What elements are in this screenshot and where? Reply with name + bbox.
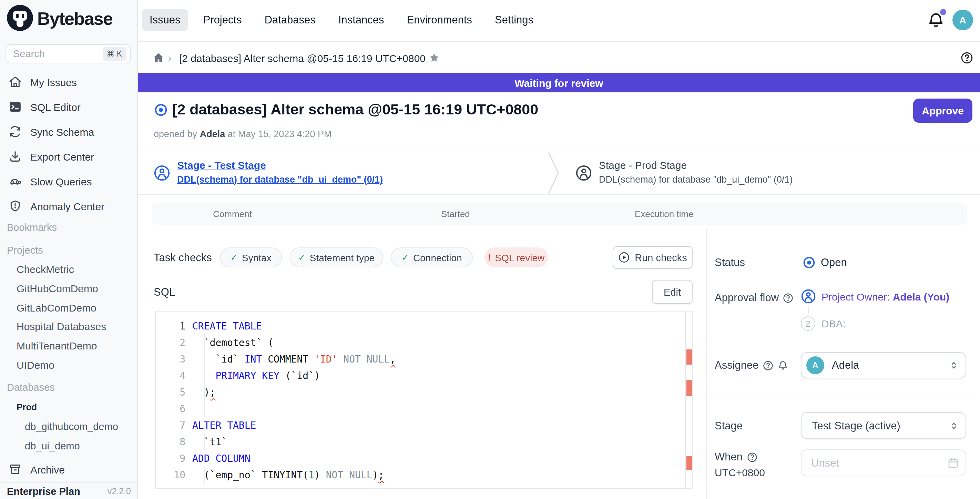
nav-tabs: Issues Projects Databases Instances Envi… <box>142 9 541 31</box>
search-input[interactable]: ⌘ K <box>5 44 131 64</box>
section-header-databases: Databases <box>7 382 55 393</box>
sidebar-project-hospital-databases[interactable]: Hospital Databases <box>16 317 106 336</box>
breadcrumb-home-icon[interactable] <box>152 52 165 64</box>
code-line: 4 PRIMARY KEY (`id`) <box>156 367 692 384</box>
shield-icon <box>8 199 22 213</box>
sidebar-item-label: My Issues <box>30 76 77 88</box>
tab-environments[interactable]: Environments <box>399 9 480 31</box>
error-marker <box>686 456 693 470</box>
tab-instances[interactable]: Instances <box>331 9 392 31</box>
notification-dot <box>940 9 946 15</box>
sidebar-item-label: Slow Queries <box>30 175 92 187</box>
version-label: v2.2.0 <box>108 486 131 496</box>
stage-select-label: Stage <box>715 420 743 432</box>
when-datetime-input[interactable]: Unset <box>801 450 966 476</box>
bytebase-logo-icon <box>7 5 33 31</box>
sidebar-database-db-ui-demo[interactable]: db_ui_demo <box>25 436 80 455</box>
issue-open-icon <box>154 103 167 116</box>
sidebar-footer: Enterprise Plan v2.2.0 <box>0 483 138 499</box>
tab-projects[interactable]: Projects <box>196 9 250 31</box>
check-statement-type[interactable]: ✓ Statement type <box>290 248 383 267</box>
run-checks-label: Run checks <box>635 252 687 263</box>
code-line: 9ADD COLUMN <box>156 450 692 467</box>
check-pass-icon: ✓ <box>230 252 238 262</box>
code-line: 6 <box>156 400 692 417</box>
help-icon[interactable] <box>961 52 973 64</box>
notification-bell-icon[interactable] <box>927 11 945 29</box>
edit-button[interactable]: Edit <box>652 280 693 304</box>
run-checks-button[interactable]: Run checks <box>612 246 693 269</box>
code-line: 8 `t1` <box>156 434 692 450</box>
sidebar-item-sql-editor[interactable]: SQL Editor <box>0 94 138 119</box>
sql-section-label: SQL <box>154 286 175 299</box>
sidebar-item-my-issues[interactable]: My Issues <box>0 70 138 94</box>
tab-issues[interactable]: Issues <box>142 9 188 31</box>
error-marker <box>686 380 693 396</box>
download-icon <box>8 149 22 163</box>
search-field[interactable] <box>13 48 102 59</box>
section-header-projects: Projects <box>7 245 43 256</box>
home-icon <box>8 75 22 89</box>
sidebar-project-githubcomdemo[interactable]: GitHubComDemo <box>16 279 98 298</box>
sidebar-item-archive[interactable]: Archive <box>0 457 138 482</box>
sidebar-item-label: Export Center <box>30 151 94 162</box>
subscribe-bell-icon[interactable] <box>777 360 788 371</box>
sidebar-item-anomaly-center[interactable]: Anomaly Center <box>0 194 138 218</box>
line-number: 2 <box>161 334 185 351</box>
sidebar-project-uidemo[interactable]: UIDemo <box>16 356 54 374</box>
check-connection[interactable]: ✓ Connection <box>391 248 473 267</box>
line-number: 9 <box>161 450 185 467</box>
tab-databases[interactable]: Databases <box>257 9 323 31</box>
stage-select-value: Test Stage (active) <box>812 420 900 432</box>
assignee-select[interactable]: A Adela <box>801 352 966 378</box>
star-icon[interactable] <box>428 52 441 64</box>
sidebar-item-label: Sync Schema <box>30 126 94 138</box>
approval-step-1: Project Owner: Adela (You) <box>821 291 949 303</box>
bytebase-app: Bytebase ⌘ K My Issues SQL Editor Sync S… <box>0 0 980 499</box>
status-label: Status <box>715 256 745 269</box>
code-line: 2 `demotest` ( <box>156 334 692 351</box>
breadcrumb[interactable]: [2 databases] Alter schema @05-15 16:19 … <box>179 52 426 64</box>
sidebar-item-export-center[interactable]: Export Center <box>0 144 138 169</box>
check-warn-icon: ! <box>488 252 491 262</box>
sidebar-project-multitenantdemo[interactable]: MultiTenantDemo <box>16 336 97 355</box>
line-number: 3 <box>161 351 185 367</box>
column-header-execution-time: Execution time <box>635 209 694 219</box>
stage-prod-stage-task-link[interactable]: DDL(schema) for database "db_ui_demo" (0… <box>599 174 792 185</box>
sidebar-item-slow-queries[interactable]: Slow Queries <box>0 169 138 194</box>
tab-settings[interactable]: Settings <box>487 9 541 31</box>
help-circle-icon[interactable] <box>747 452 757 462</box>
sidebar-project-checkmetric[interactable]: CheckMetric <box>16 260 74 278</box>
help-circle-icon[interactable] <box>763 360 773 370</box>
sidebar-project-gitlabcomdemo[interactable]: GitLabComDemo <box>16 299 97 317</box>
plan-label[interactable]: Enterprise Plan <box>7 486 108 497</box>
check-sql-review[interactable]: ! SQL review <box>485 248 548 267</box>
assignee-value: Adela <box>832 359 859 372</box>
environment-label-prod: Prod <box>16 402 37 412</box>
line-number: 5 <box>161 384 185 400</box>
opened-prefix: opened by <box>154 129 197 139</box>
line-number: 1 <box>161 318 185 334</box>
approval-flow-label-text: Approval flow <box>715 292 779 304</box>
user-avatar[interactable]: A <box>953 10 973 30</box>
sidebar-database-db-githubcom-demo[interactable]: db_githubcom_demo <box>25 417 118 435</box>
sidebar-item-sync-schema[interactable]: Sync Schema <box>0 119 138 144</box>
stage-select[interactable]: Test Stage (active) <box>801 412 966 439</box>
approval-user: Adela (You) <box>893 291 949 303</box>
error-marker <box>686 350 693 365</box>
stage-test-stage-link[interactable]: Stage - Test Stage <box>177 159 266 171</box>
stage-prod-stage-link[interactable]: Stage - Prod Stage <box>599 159 687 171</box>
assignee-avatar: A <box>806 356 824 374</box>
sql-code-viewer[interactable]: 1CREATE TABLE 2 `demotest` ( 3 `id` INT … <box>155 311 693 489</box>
help-circle-icon[interactable] <box>783 292 793 303</box>
code-line: 7ALTER TABLE <box>156 417 692 434</box>
approve-button[interactable]: Approve <box>913 99 972 123</box>
approver-person-icon <box>801 289 816 304</box>
stage-test-stage-task-link[interactable]: DDL(schema) for database "db_ui_demo" (0… <box>177 174 383 185</box>
when-timezone: UTC+0800 <box>715 467 765 478</box>
when-label: When <box>715 451 757 463</box>
code-line: 5 ); <box>156 384 692 400</box>
check-syntax[interactable]: ✓ Syntax <box>220 248 282 267</box>
calendar-icon <box>947 457 959 469</box>
stage-person-icon <box>154 165 170 181</box>
